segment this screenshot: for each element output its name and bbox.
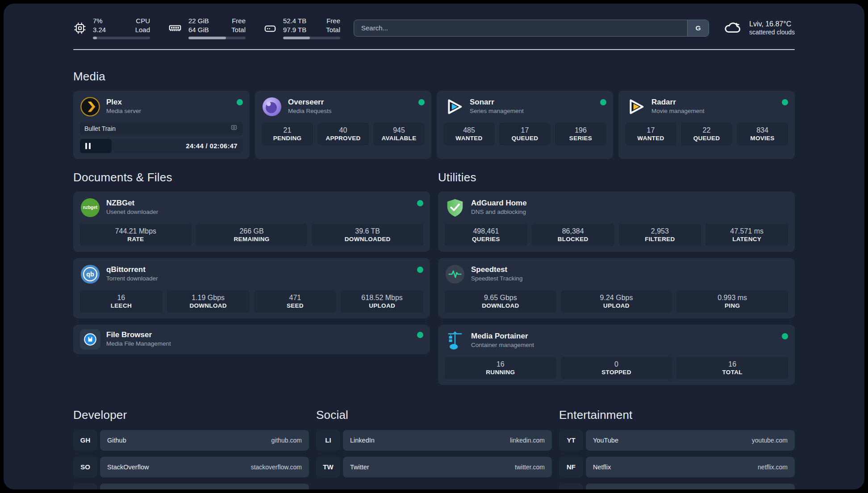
status-dot <box>600 99 606 105</box>
app-name: AdGuard Home <box>471 199 527 208</box>
bookmark-github[interactable]: GH Github github.com <box>73 430 309 451</box>
topbar: 7% 3.24 CPU Load <box>73 17 795 39</box>
app-desc: Media Requests <box>288 108 332 114</box>
nzbget-icon: nzbget <box>80 197 100 218</box>
sonarr-icon <box>443 96 464 117</box>
overseerr-icon <box>262 96 282 117</box>
stat-blocked: 86,384BLOCKED <box>532 224 614 246</box>
section-title-developer: Developer <box>73 408 309 422</box>
section-title-entertainment: Entertainment <box>559 408 795 422</box>
app-card-qbittorrent[interactable]: qb qBittorrent Torrent downloader <box>73 258 430 318</box>
app-card-nzbget[interactable]: nzbget NZBGet Usenet downloader 74 <box>73 192 430 252</box>
app-desc: Torrent downloader <box>106 275 158 282</box>
app-name: Speedtest <box>471 265 523 274</box>
bookmark-name: StackOverflow <box>107 464 149 471</box>
bookmark-group-social: Social LI LinkedIn linkedin.com TW Twitt… <box>316 408 552 490</box>
status-dot <box>782 333 788 339</box>
status-dot <box>237 99 243 105</box>
status-dot <box>417 332 423 338</box>
stat-download: 9.65 GbpsDOWNLOAD <box>445 290 556 313</box>
bookmark-url: github.com <box>271 437 302 444</box>
app-name: Radarr <box>651 98 705 107</box>
topbar-divider <box>73 49 795 50</box>
app-card-plex[interactable]: Plex Media server Bullet Train <box>73 91 250 159</box>
pause-icon[interactable] <box>85 139 91 153</box>
bookmark-abbr: SO <box>73 457 97 477</box>
app-card-sonarr[interactable]: Sonarr Series management 485WANTED 17QUE… <box>437 91 613 159</box>
bookmark-youtube[interactable]: YT YouTube youtube.com <box>559 430 795 451</box>
stat-ping: 0.993 msPING <box>676 290 788 313</box>
stat-upload: 9.24 GbpsUPLOAD <box>561 290 672 313</box>
bookmark-url: linkedin.com <box>510 437 545 444</box>
app-card-radarr[interactable]: Radarr Movie management 17WANTED 22QUEUE… <box>618 91 795 159</box>
playback-time: 24:44 / 02:06:47 <box>186 139 238 153</box>
stat-leech: 16LEECH <box>80 290 163 313</box>
stat-wanted: 17WANTED <box>625 123 676 145</box>
stat-pending: 21PENDING <box>262 123 313 145</box>
search-input[interactable] <box>354 20 709 37</box>
weather-location: Lviv, 16.87°C <box>749 20 795 28</box>
disk-total-value: 97.9 TB <box>283 26 306 34</box>
cpu-label: CPU <box>135 17 150 25</box>
plex-now-playing: Bullet Train 24:44 / 02:06:47 <box>80 122 243 153</box>
adguard-icon <box>445 197 465 218</box>
stat-rate: 744.21 MbpsRATE <box>80 224 192 246</box>
memory-total-value: 64 GiB <box>188 26 209 34</box>
app-desc: Series management <box>470 108 524 114</box>
bookmark-name: YouTube <box>593 437 618 444</box>
bookmark-url: youtube.com <box>752 437 788 444</box>
app-card-speedtest[interactable]: Speedtest Speedtest Tracking 9.65 GbpsDO… <box>438 258 795 318</box>
bookmark-netflix[interactable]: NF Netflix netflix.com <box>559 457 795 477</box>
cpu-chip-icon <box>73 21 87 35</box>
search-bar: G <box>354 20 709 37</box>
memory-progress-bar <box>188 37 246 39</box>
app-desc: Speedtest Tracking <box>471 275 523 282</box>
bookmark-linkedin[interactable]: LI LinkedIn linkedin.com <box>316 430 552 451</box>
status-dot <box>782 99 788 105</box>
app-name: File Browser <box>106 330 171 339</box>
app-name: Overseerr <box>288 98 332 107</box>
cloud-icon <box>722 20 743 37</box>
bookmark-url: netflix.com <box>758 464 788 471</box>
bookmark-group-entertainment: Entertainment YT YouTube youtube.com NF … <box>559 408 795 490</box>
section-title-social: Social <box>316 408 552 422</box>
svg-text:nzbget: nzbget <box>83 205 98 210</box>
bookmark-name: LinkedIn <box>350 437 375 444</box>
stat-wanted: 485WANTED <box>443 123 495 145</box>
app-name: Media Portainer <box>471 332 534 341</box>
cpu-load-value: 3.24 <box>93 26 106 34</box>
app-card-adguard[interactable]: AdGuard Home DNS and adblocking 498,461Q… <box>438 192 795 252</box>
memory-widget: 22 GiB 64 GiB Free Total <box>168 17 246 39</box>
app-card-filebrowser[interactable]: File Browser Media File Management <box>73 325 430 354</box>
stat-seed: 471SEED <box>254 290 337 313</box>
track-title: Bullet Train <box>84 125 116 132</box>
filebrowser-icon <box>80 329 100 350</box>
app-name: qBittorrent <box>106 265 158 274</box>
bookmark-dev[interactable]: DT DEV dev.to <box>73 484 309 490</box>
speedtest-icon <box>445 264 465 284</box>
stat-download: 1.19 GbpsDOWNLOAD <box>167 290 250 313</box>
app-desc: DNS and adblocking <box>471 209 527 215</box>
cpu-progress-bar <box>93 37 150 39</box>
app-desc: Media File Management <box>106 340 171 347</box>
bookmark-reddit[interactable]: RE Reddit reddit.com <box>559 484 795 490</box>
app-desc: Media server <box>106 108 141 114</box>
stat-filtered: 2,953FILTERED <box>619 224 701 246</box>
stat-series: 196SERIES <box>555 123 606 145</box>
app-desc: Movie management <box>651 108 705 114</box>
bookmark-name: Netflix <box>593 464 611 471</box>
app-desc: Usenet downloader <box>106 209 158 215</box>
bookmark-abbr: GH <box>73 430 97 451</box>
svg-text:qb: qb <box>86 271 94 278</box>
app-card-portainer[interactable]: Media Portainer Container management 16R… <box>438 325 795 385</box>
app-card-overseerr[interactable]: Overseerr Media Requests 21PENDING 40APP… <box>255 91 431 159</box>
playback-progress-bar[interactable]: 24:44 / 02:06:47 <box>80 139 243 153</box>
search-engine-button[interactable]: G <box>687 20 709 36</box>
weather-widget: Lviv, 16.87°C scattered clouds <box>722 20 795 37</box>
bookmark-twitter[interactable]: TW Twitter twitter.com <box>316 457 552 477</box>
bookmark-abbr: NF <box>559 457 583 477</box>
bookmark-stackoverflow[interactable]: SO StackOverflow stackoverflow.com <box>73 457 309 477</box>
portainer-icon <box>445 330 465 351</box>
drive-icon <box>263 21 277 35</box>
section-title-utilities: Utilities <box>438 171 795 184</box>
